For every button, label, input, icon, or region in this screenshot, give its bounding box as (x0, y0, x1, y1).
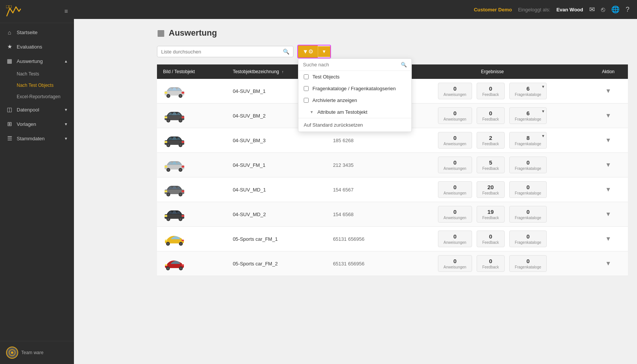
result-fragenkataloge: ▼ 8 Fragenkataloge (509, 132, 547, 149)
mail-icon[interactable]: ✉ (589, 5, 595, 14)
feedback-label: Feedback (482, 265, 499, 269)
result-anweisungen: 0 Anweisungen (438, 206, 472, 223)
svg-rect-17 (182, 116, 184, 118)
svg-point-36 (179, 193, 182, 196)
svg-rect-59 (182, 264, 184, 266)
expand-row-button[interactable]: ▼ (602, 86, 614, 96)
table-row: 05-Sports car_FM_2 65131 656956 0 Anweis… (157, 251, 628, 276)
chevron-right-icon: ▼ (64, 136, 68, 141)
cell-car-image (157, 79, 227, 104)
anweisungen-count: 0 (453, 209, 457, 215)
sidebar-item-nach-test-objects[interactable]: Nach Test Objects (0, 80, 74, 91)
filter-option-label: Test Objects (312, 74, 340, 80)
result-fragenkataloge: 0 Fragenkataloge (509, 255, 547, 272)
search-icon: 🔍 (283, 49, 289, 55)
chevron-down-icon: ▼ (310, 110, 314, 114)
feedback-label: Feedback (482, 240, 499, 245)
chevron-up-icon: ▲ (64, 59, 68, 63)
anweisungen-label: Anweisungen (444, 142, 466, 146)
svg-rect-38 (182, 190, 184, 192)
sidebar-item-label: Datenpool (17, 107, 39, 113)
anweisungen-count: 0 (453, 258, 457, 264)
cell-action: ▼ (588, 251, 628, 276)
result-anweisungen: 0 Anweisungen (438, 231, 472, 247)
fragenkataloge-count: 0 (526, 233, 529, 240)
feedback-label: Feedback (482, 117, 499, 121)
cell-car-image (157, 153, 227, 177)
filter-option-archivierte[interactable]: Archivierte anzeigen (298, 94, 411, 106)
sidebar-navigation: ⌂ Startseite ★ Evaluations ▦ Auswertung … (0, 23, 74, 341)
filter-checkbox-archivierte[interactable] (304, 98, 309, 103)
sidebar-item-datenpool[interactable]: ◫ Datenpool ▼ (0, 102, 74, 117)
expand-row-button[interactable]: ▼ (602, 185, 614, 195)
result-feedback: 0 Feedback (477, 107, 505, 124)
filter-option-attribute[interactable]: ▼ Attribute am Testobjekt (298, 106, 411, 118)
sidebar-item-excel-reportvorlagen[interactable]: Excel-Reportvorlagen (0, 91, 74, 102)
feedback-label: Feedback (482, 166, 499, 171)
globe-icon[interactable]: 🌐 (611, 5, 620, 14)
fragenkataloge-label: Fragenkataloge (515, 216, 541, 220)
sidebar-subitem-label: Excel-Reportvorlagen (17, 94, 60, 99)
cell-action: ▼ (588, 153, 628, 177)
filter-dropdown-toggle[interactable]: ▼ (318, 46, 330, 57)
sidebar-item-auswertung[interactable]: ▦ Auswertung ▲ (0, 54, 74, 68)
svg-point-27 (167, 169, 169, 171)
cell-ergebnisse: 0 Anweisungen 5 Feedback 0 Fragenkatalog… (396, 153, 588, 177)
filter-checkbox-fragenkataloge[interactable] (304, 86, 309, 91)
expand-row-button[interactable]: ▼ (602, 160, 614, 170)
table-row: 05-Sports car_FM_1 65131 656956 0 Anweis… (157, 227, 628, 251)
cell-action: ▼ (588, 227, 628, 251)
th-bild: Bild / Testobjekt (157, 64, 227, 79)
sidebar-item-nach-tests[interactable]: Nach Tests (0, 68, 74, 80)
filter-option-fragenkataloge[interactable]: Fragenkataloge / Fragenkatalogserien (298, 83, 411, 94)
result-fragenkataloge: 0 Fragenkataloge (509, 231, 547, 247)
filter-search-input[interactable] (303, 62, 398, 67)
sidebar-item-startseite[interactable]: ⌂ Startseite (0, 25, 74, 39)
result-feedback: 0 Feedback (477, 231, 505, 247)
sidebar-item-evaluations[interactable]: ★ Evaluations (0, 39, 74, 54)
expand-row-button[interactable]: ▼ (602, 209, 614, 219)
svg-point-20 (167, 144, 169, 146)
chevron-right-icon: ▼ (64, 122, 68, 126)
filter-option-test-objects[interactable]: Test Objects (298, 71, 411, 83)
cell-car-name: 05-Sports car_FM_1 (227, 227, 327, 251)
svg-rect-16 (165, 116, 167, 118)
expand-row-button[interactable]: ▼ (602, 135, 614, 145)
fragenkataloge-count: 0 (526, 209, 529, 215)
anweisungen-count: 0 (453, 233, 457, 240)
feedback-count: 0 (489, 258, 492, 264)
search-input[interactable] (161, 49, 280, 55)
sidebar-collapse-button[interactable]: ≡ (64, 8, 68, 15)
logout-icon[interactable]: ⎋ (601, 6, 605, 14)
search-box[interactable]: 🔍 (157, 46, 293, 57)
star-icon: ★ (6, 43, 13, 50)
sidebar-item-vorlagen[interactable]: ⊞ Vorlagen ▼ (0, 117, 74, 131)
svg-rect-30 (165, 166, 167, 168)
cell-car-code: 65131 656956 (327, 227, 396, 251)
cell-car-code: 154 6567 (327, 177, 396, 202)
svg-rect-23 (165, 141, 167, 143)
expand-row-button[interactable]: ▼ (602, 111, 614, 121)
sidebar-item-stammdaten[interactable]: ☰ Stammdaten ▼ (0, 131, 74, 146)
th-ergebnisse: Ergebnisse (396, 64, 588, 79)
expand-row-button[interactable]: ▼ (602, 259, 614, 268)
svg-marker-1 (9, 5, 11, 8)
expand-row-button[interactable]: ▼ (602, 234, 614, 244)
svg-rect-45 (182, 215, 184, 217)
home-icon: ⌂ (6, 29, 13, 36)
fragenkataloge-count: 0 (526, 184, 529, 190)
cell-car-name: 04-SUV_FM_1 (227, 153, 327, 177)
svg-point-22 (179, 144, 182, 146)
anweisungen-count: 0 (453, 135, 457, 141)
filter-button[interactable]: ▼⚙ (298, 46, 318, 58)
filter-checkbox-test-objects[interactable] (304, 74, 309, 79)
cell-car-code: 65131 656956 (327, 251, 396, 276)
customer-demo-label: Customer Demo (474, 7, 512, 13)
fragenkataloge-arrow: ▼ (541, 85, 545, 89)
result-anweisungen: 0 Anweisungen (438, 132, 472, 149)
anweisungen-count: 0 (453, 159, 457, 166)
filter-reset-button[interactable]: Auf Standard zurücksetzen (298, 118, 411, 132)
help-icon[interactable]: ? (626, 6, 629, 14)
feedback-count: 19 (488, 209, 494, 215)
filter-button-group: ▼⚙ ▼ 🔍 Test Objects Fragenkataloge / Fra… (297, 45, 331, 58)
